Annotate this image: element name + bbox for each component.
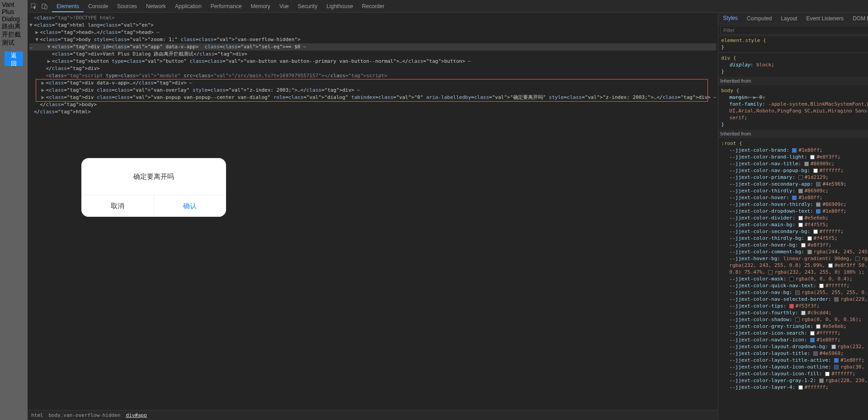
styles-column: StylesComputedLayoutEvent ListenersDOM B… <box>718 13 868 420</box>
breadcrumb-item[interactable]: html <box>31 412 43 418</box>
styles-subtab-styles[interactable]: Styles <box>718 13 742 24</box>
breadcrumb-item[interactable]: div#app <box>126 412 146 418</box>
app-preview-panel: Vant Plus Dialog 路由离开拦截测试 返回 确定要离开吗 取消 确… <box>0 0 28 420</box>
devtools-tab-recorder[interactable]: Recorder <box>358 0 389 12</box>
style-rules[interactable]: element.style {}user agent stylesheetdiv… <box>718 36 868 420</box>
dom-line[interactable]: ▶<class="tag">button type=class="val">"b… <box>29 58 716 65</box>
devtools-tabs: ElementsConsoleSourcesNetworkApplication… <box>52 0 868 12</box>
devtools-tab-sources[interactable]: Sources <box>113 0 142 12</box>
back-button[interactable]: 返回 <box>5 51 23 66</box>
svg-rect-2 <box>45 5 47 9</box>
devtools-tab-network[interactable]: Network <box>142 0 170 12</box>
devtools-toolbar: ElementsConsoleSourcesNetworkApplication… <box>28 0 868 13</box>
dom-line[interactable]: … ▼<class="tag">div id=class="val">"app"… <box>29 43 716 51</box>
devtools-tab-performance[interactable]: Performance <box>206 0 246 12</box>
elements-dom-column: <class="tag">!DOCTYPE html>▼<class="tag"… <box>28 13 718 420</box>
devtools-tab-console[interactable]: Console <box>84 0 113 12</box>
devtools-tab-memory[interactable]: Memory <box>246 0 275 12</box>
dom-line[interactable]: ▼<class="tag">html lang=class="val">"en"… <box>29 22 716 29</box>
devtools-tab-application[interactable]: Application <box>170 0 206 12</box>
dom-line[interactable]: <class="tag">!DOCTYPE html> <box>29 14 716 22</box>
devtools-tab-elements[interactable]: Elements <box>52 0 84 12</box>
dom-line[interactable]: </class="tag">body> <box>29 101 716 108</box>
dom-tree[interactable]: <class="tag">!DOCTYPE html>▼<class="tag"… <box>28 13 718 117</box>
devtools-tab-vue[interactable]: Vue <box>275 0 293 12</box>
dom-breadcrumb[interactable]: htmlbody.van-overflow-hiddendiv#app <box>28 410 718 420</box>
dom-line[interactable]: <class="tag">div>Vant Plus Dialog 路由离开拦截… <box>29 51 716 58</box>
styles-filter-input[interactable] <box>720 26 868 35</box>
dom-line[interactable]: ▶<class="tag">head>…</class="tag">head>⋯ <box>29 29 716 36</box>
styles-subtab-event-listeners[interactable]: Event Listeners <box>802 13 848 24</box>
styles-subtab-dom-breakpoints[interactable]: DOM Breakpoints <box>848 13 868 24</box>
styles-subtab-layout[interactable]: Layout <box>776 13 802 24</box>
dom-line[interactable]: </class="tag">html> <box>29 108 716 116</box>
dom-line[interactable]: ▶<class="tag">div class=class="val">"van… <box>29 94 716 101</box>
inspect-icon[interactable] <box>30 3 38 10</box>
styles-subtabs: StylesComputedLayoutEvent ListenersDOM B… <box>718 13 868 24</box>
dom-line[interactable]: </class="tag">div> <box>29 65 716 72</box>
breadcrumb-item[interactable]: body.van-overflow-hidden <box>49 412 121 418</box>
device-toggle-icon[interactable] <box>41 3 48 10</box>
app-header: Vant Plus Dialog 路由离开拦截测试 <box>0 0 28 48</box>
dom-line[interactable]: <class="tag">script type=class="val">"mo… <box>29 72 716 79</box>
devtools-tab-lighthouse[interactable]: Lighthouse <box>322 0 358 12</box>
devtools-panel: ElementsConsoleSourcesNetworkApplication… <box>28 0 868 420</box>
styles-filter-row: :hov .cls ＋ <box>718 24 868 36</box>
devtools-tab-security[interactable]: Security <box>293 0 322 12</box>
dom-line[interactable]: ▶<class="tag">div data-v-app>…</class="t… <box>29 79 716 87</box>
styles-subtab-computed[interactable]: Computed <box>742 13 776 24</box>
dom-line[interactable]: ▶<class="tag">div class=class="val">"van… <box>29 87 716 94</box>
dom-line[interactable]: ▼<class="tag">body style=class="val">"zo… <box>29 36 716 43</box>
